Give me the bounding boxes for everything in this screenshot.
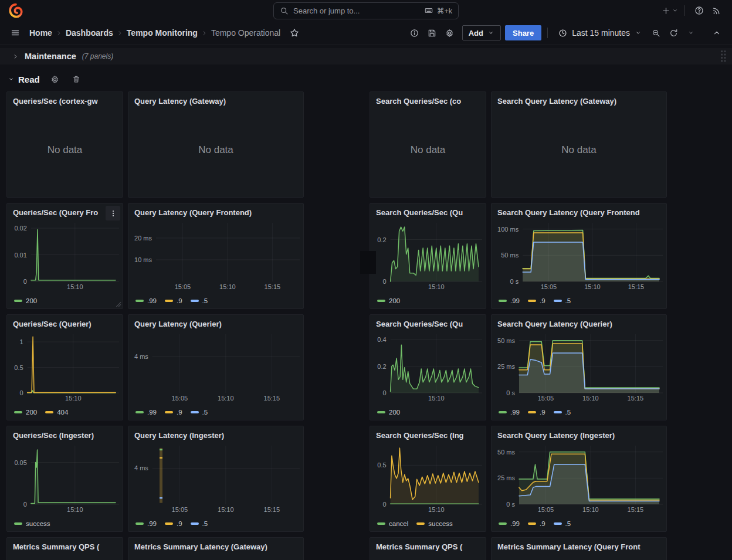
refresh-button[interactable] [665,25,682,41]
panel-title[interactable]: Search Queries/Sec (Qu [370,315,486,330]
panel-chart[interactable]: 4 ms15:0515:1015:15 [132,442,301,514]
legend-item[interactable]: 200 [14,409,37,416]
save-dashboard-button[interactable] [424,25,440,41]
legend-item[interactable]: .5 [554,520,571,527]
panel-title[interactable]: Search Query Latency (Query Frontend [492,203,666,218]
legend-item[interactable]: .9 [528,409,545,416]
panel-chart[interactable]: 0.020.01015:10 [11,219,120,291]
panel-resize-handle[interactable] [116,301,121,307]
legend-item[interactable]: .99 [499,520,520,527]
mega-menu-button[interactable] [7,25,23,41]
panel-chart[interactable]: 10.5015:10 [11,331,120,402]
panel-title[interactable]: Queries/Sec (cortex-gw [7,92,123,107]
row-read-toggle[interactable]: Read [8,74,40,84]
panel-chart[interactable]: 100 ms50 ms0 s15:0515:1015:15 [495,219,664,291]
legend-swatch [45,411,53,413]
legend-label: .5 [565,409,571,416]
breadcrumb-home[interactable]: Home [29,28,52,38]
panel-title[interactable]: Query Latency (Gateway) [128,92,303,107]
refresh-interval-button[interactable] [683,25,699,41]
panel-title[interactable]: Query Latency (Query Frontend) [128,203,303,218]
panel-chart[interactable]: 0.2015:10 [374,219,483,291]
panel-title[interactable]: Metrics Summary Latency (Gateway) [128,538,303,552]
legend-item[interactable]: .5 [554,409,571,416]
add-button[interactable]: Add [462,25,501,40]
panel-chart[interactable]: 20 ms10 ms15:0515:1015:15 [132,219,301,291]
y-axis-tick: 50 ms [497,337,515,344]
panel-title[interactable]: Query Latency (Ingester) [128,426,303,441]
legend-item[interactable]: .5 [191,520,208,527]
legend-item[interactable]: .99 [499,409,520,416]
panel-chart[interactable]: 0.5015:10 [374,442,483,514]
panel-title[interactable]: Search Query Latency (Ingester) [492,426,666,441]
row-maintenance[interactable]: Maintenance (7 panels) [0,48,732,65]
legend-item[interactable]: .99 [135,297,157,304]
collapse-toolbar-button[interactable] [709,25,725,41]
row-delete-button[interactable] [70,73,82,85]
legend-item[interactable]: .99 [499,297,520,304]
legend-item[interactable]: .9 [528,520,545,527]
dashboard-toolbar: Home Dashboards Tempo Monitoring Tempo O… [0,21,732,45]
panel-chart[interactable]: 0.05015:10 [11,442,120,514]
legend-swatch [191,522,199,525]
new-button[interactable] [662,2,679,19]
legend-item[interactable]: .99 [135,520,157,527]
panel-title[interactable]: Search Queries/Sec (Qu [370,203,486,218]
legend-item[interactable]: .5 [191,297,208,304]
panel: Queries/Sec (cortex-gwNo data [6,91,123,198]
legend-swatch [499,411,507,413]
panel-title[interactable]: Metrics Summary QPS ( [7,538,123,552]
favorite-button[interactable] [286,25,303,41]
panel-title[interactable]: Metrics Summary Latency (Query Front [492,538,666,552]
share-button[interactable]: Share [505,25,541,40]
x-axis-tick: 15:10 [584,283,601,290]
panel-grid-row: Queries/Sec (Querier)10.5015:10200404Que… [6,314,732,420]
panel-menu-button[interactable] [106,206,120,220]
row-settings-button[interactable] [49,73,61,85]
chevron-right-icon [12,53,19,60]
time-range-picker[interactable]: Last 15 minutes [554,25,646,41]
legend-item[interactable]: .9 [165,409,182,416]
panel-chart[interactable]: 50 ms25 ms0 s15:0515:1015:15 [495,331,664,402]
search-input[interactable]: Search or jump to... ⌘+k [273,2,459,19]
chevron-down-icon [635,29,642,36]
legend-item[interactable]: 200 [14,297,37,304]
panel-chart[interactable]: 4 ms15:0515:1015:15 [132,331,301,402]
legend-item[interactable]: .5 [554,297,571,304]
breadcrumb-tempo-operational[interactable]: Tempo Operational [211,28,280,38]
legend-item[interactable]: 404 [45,409,68,416]
news-button[interactable] [709,2,725,19]
grafana-logo[interactable] [7,2,25,19]
legend-item[interactable]: .9 [165,297,182,304]
legend-item[interactable]: .99 [135,409,157,416]
legend-item[interactable]: 200 [377,297,400,304]
legend-swatch [377,522,385,525]
zoom-out-button[interactable] [648,25,664,41]
legend-item[interactable]: .5 [191,409,208,416]
legend-swatch [554,522,562,525]
legend-item[interactable]: success [14,520,50,527]
panel-title[interactable]: Search Queries/Sec (co [370,92,486,107]
panel-title[interactable]: Search Query Latency (Gateway) [492,92,666,107]
breadcrumb-tempo-monitoring[interactable]: Tempo Monitoring [127,28,198,38]
panel-chart[interactable]: 0.40.2015:10 [374,331,483,402]
panel-title[interactable]: Search Queries/Sec (Ing [370,426,486,441]
dashboard-settings-button[interactable] [442,25,458,41]
panel-chart[interactable]: 50 ms25 ms0 s15:0515:1015:15 [495,442,664,514]
panel-title[interactable]: Query Latency (Querier) [128,315,303,330]
panel-title[interactable]: Queries/Sec (Querier) [7,315,123,330]
panel-title[interactable]: Queries/Sec (Ingester) [7,426,123,441]
panel-title[interactable]: Search Query Latency (Querier) [492,315,666,330]
drag-handle-icon[interactable] [720,50,727,63]
chevron-down-icon [687,29,694,36]
legend-item[interactable]: cancel [377,520,408,527]
legend-item[interactable]: .9 [165,520,182,527]
dashboard-info-button[interactable] [406,25,423,41]
y-axis-tick: 0 [382,389,386,396]
breadcrumb-dashboards[interactable]: Dashboards [66,28,113,38]
help-button[interactable] [691,2,707,19]
legend-item[interactable]: .9 [528,297,545,304]
panel-title[interactable]: Metrics Summary QPS ( [370,538,486,552]
legend-item[interactable]: success [416,520,453,527]
legend-item[interactable]: 200 [377,409,400,416]
